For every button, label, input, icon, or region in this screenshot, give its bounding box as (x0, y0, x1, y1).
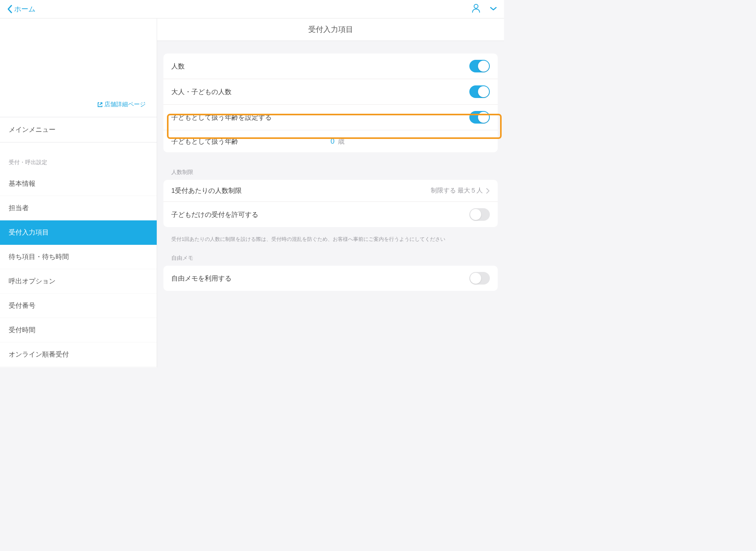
row-child-age-setting: 子どもとして扱う年齢を設定する (163, 105, 498, 130)
row-allow-children-only: 子どもだけの受付を許可する (163, 202, 498, 227)
sidebar-item-5[interactable]: 受付番号 (0, 294, 157, 318)
age-value: 0 (331, 137, 335, 146)
page-title: 受付入力項目 (157, 18, 504, 41)
sidebar-item-6[interactable]: 受付時間 (0, 318, 157, 342)
group-people-card: 人数 大人・子どもの人数 子どもとして扱う年齢を設定する 子どもとして扱う年齢 … (163, 54, 498, 152)
group-label-memo: 自由メモ (163, 243, 498, 266)
row-people-count: 人数 (163, 54, 498, 79)
sidebar-item-8[interactable]: レストランボード連携 (0, 367, 157, 367)
row-label: 自由メモを利用する (171, 274, 469, 283)
sidebar-item-0[interactable]: 基本情報 (0, 172, 157, 196)
sidebar-item-3[interactable]: 待ち項目・待ち時間 (0, 245, 157, 269)
sidebar-item-7[interactable]: オンライン順番受付 (0, 342, 157, 367)
age-value-group: 0 歳 (331, 137, 395, 146)
sidebar-item-1[interactable]: 担当者 (0, 196, 157, 220)
back-label: ホーム (14, 4, 35, 14)
group-limit-card: 1受付あたりの人数制限 制限する 最大５人 子どもだけの受付を許可する (163, 180, 498, 227)
svg-point-0 (474, 4, 478, 8)
toggle-child-age-setting[interactable] (469, 111, 490, 124)
sidebar-item-2[interactable]: 受付入力項目 (0, 220, 157, 245)
row-free-memo: 自由メモを利用する (163, 266, 498, 291)
main-menu-item[interactable]: メインメニュー (0, 117, 157, 142)
store-detail-link[interactable]: 店舗詳細ページ (97, 101, 146, 108)
group-memo-card: 自由メモを利用する (163, 266, 498, 291)
row-value: 制限する 最大５人 (431, 187, 490, 195)
app-header: ホーム (0, 0, 504, 18)
layout: 店舗詳細ページ メインメニュー 受付・呼出設定 基本情報担当者受付入力項目待ち項… (0, 18, 504, 367)
row-label: 大人・子どもの人数 (171, 87, 469, 96)
toggle-allow-children-only[interactable] (469, 208, 490, 221)
row-label: 子どもとして扱う年齢を設定する (171, 113, 469, 122)
row-limit-per-registration[interactable]: 1受付あたりの人数制限 制限する 最大５人 (163, 180, 498, 202)
row-child-age-value[interactable]: 子どもとして扱う年齢 0 歳 (163, 130, 498, 152)
toggle-people-count[interactable] (469, 60, 490, 72)
toggle-free-memo[interactable] (469, 272, 490, 285)
sidebar: 店舗詳細ページ メインメニュー 受付・呼出設定 基本情報担当者受付入力項目待ち項… (0, 18, 157, 367)
age-unit: 歳 (338, 137, 345, 146)
back-button[interactable]: ホーム (7, 4, 35, 14)
external-link-icon (97, 102, 103, 107)
chevron-right-icon (486, 188, 490, 194)
user-icon[interactable] (472, 4, 480, 15)
sidebar-store-area: 店舗詳細ページ (0, 18, 157, 117)
limit-value: 制限する 最大５人 (431, 187, 483, 195)
row-adult-child-count: 大人・子どもの人数 (163, 79, 498, 105)
toggle-adult-child-count[interactable] (469, 85, 490, 98)
chevron-left-icon (7, 5, 13, 13)
content-body: 人数 大人・子どもの人数 子どもとして扱う年齢を設定する 子どもとして扱う年齢 … (157, 41, 504, 308)
chevron-down-icon[interactable] (490, 6, 497, 13)
sidebar-item-4[interactable]: 呼出オプション (0, 269, 157, 294)
sidebar-section-label: 受付・呼出設定 (0, 142, 157, 172)
row-label: 1受付あたりの人数制限 (171, 186, 431, 195)
store-detail-label: 店舗詳細ページ (104, 101, 146, 108)
header-right (472, 4, 497, 15)
content-pane: 受付入力項目 人数 大人・子どもの人数 子どもとして扱う年齢を設定する 子どもと… (157, 18, 504, 367)
help-text-limit: 受付1回あたりの人数に制限を設ける際は、受付時の混乱を防ぐため、お客様へ事前にご… (163, 232, 498, 243)
row-label: 人数 (171, 62, 469, 71)
row-label: 子どもとして扱う年齢 (171, 137, 331, 146)
row-label: 子どもだけの受付を許可する (171, 210, 469, 219)
group-label-limit: 人数制限 (163, 157, 498, 180)
